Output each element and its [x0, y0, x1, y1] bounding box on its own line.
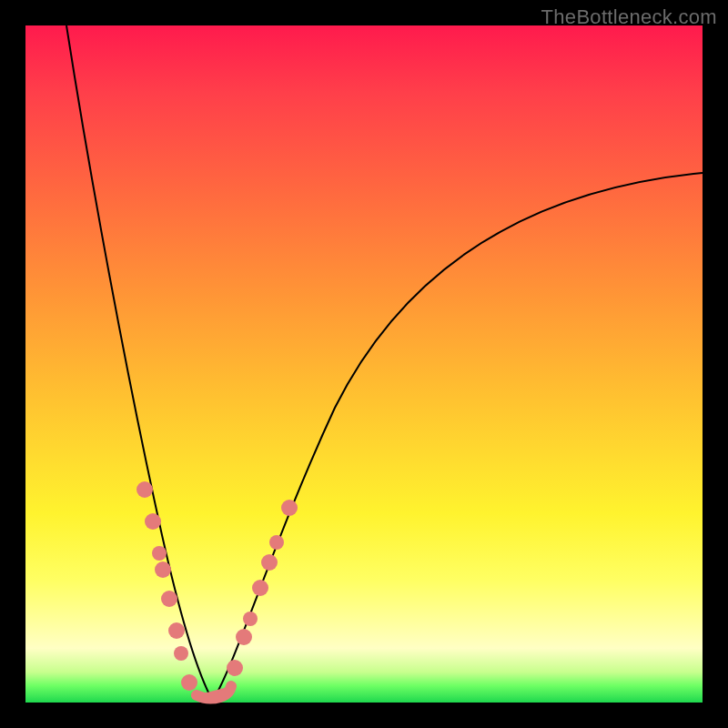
sample-dot	[161, 591, 177, 607]
sample-dot	[243, 612, 258, 626]
valley-cluster	[197, 686, 231, 699]
sample-dot	[227, 660, 243, 676]
sample-dot	[252, 580, 268, 596]
sample-dot	[168, 622, 185, 639]
bottleneck-plot	[25, 25, 703, 703]
sample-dot	[281, 500, 298, 516]
sample-dot	[174, 646, 188, 661]
sample-dot	[236, 629, 252, 645]
sample-dot	[181, 674, 197, 691]
curve-left-branch	[66, 25, 209, 694]
sample-dot	[261, 554, 278, 571]
sample-dot	[155, 561, 171, 578]
sample-dot	[136, 481, 153, 498]
chart-frame	[25, 25, 703, 703]
sample-dot	[152, 546, 167, 561]
sample-dot	[269, 535, 284, 550]
watermark-text: TheBottleneck.com	[541, 5, 717, 29]
sample-dot	[145, 513, 161, 530]
curve-right-branch	[215, 173, 703, 697]
